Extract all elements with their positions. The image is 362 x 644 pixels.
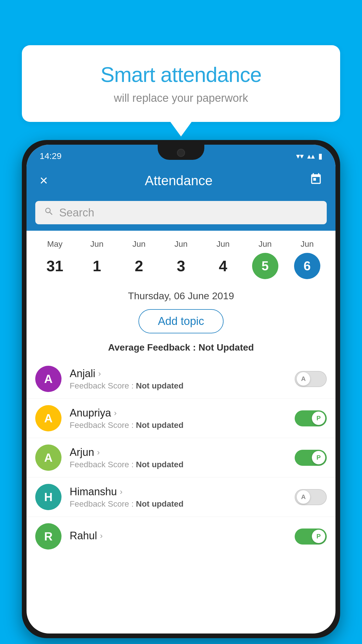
calendar-day[interactable]: Jun1 [84,239,110,279]
chevron-icon: › [97,448,100,457]
toggle-knob: P [312,451,325,464]
toggle-knob: P [312,412,325,425]
student-name[interactable]: Himanshu › [70,486,295,498]
avatar: H [35,484,61,510]
add-topic-button[interactable]: Add topic [138,309,224,333]
speech-bubble-container: Smart attendance will replace your paper… [22,45,340,122]
student-info: Anjali ›Feedback Score : Not updated [70,368,295,391]
student-item[interactable]: AAnjali ›Feedback Score : Not updatedA [27,359,335,399]
student-name[interactable]: Arjun › [70,446,295,459]
search-icon [44,206,54,219]
toggle-switch[interactable]: P [295,528,327,545]
add-topic-container: Add topic [27,306,335,340]
calendar-icon[interactable] [310,173,322,188]
toggle-switch[interactable]: A [295,371,327,387]
student-item[interactable]: RRahul ›P [27,517,335,556]
day-month: May [47,239,63,249]
search-bar-container: Search [27,196,335,231]
day-month: Jun [174,239,187,249]
toggle-knob: P [312,530,325,543]
avatar: R [35,523,61,550]
day-number[interactable]: 2 [126,253,152,279]
toggle-knob: A [297,372,310,386]
calendar-day[interactable]: Jun2 [126,239,152,279]
bubble-title: Smart attendance [42,63,320,87]
day-number[interactable]: 31 [42,253,68,279]
toggle-switch[interactable]: A [295,489,327,505]
avatar: A [35,405,61,431]
day-month: Jun [132,239,145,249]
feedback-score: Feedback Score : Not updated [70,421,295,430]
attendance-toggle[interactable]: P [295,528,327,545]
feedback-score: Feedback Score : Not updated [70,460,295,469]
day-month: Jun [259,239,272,249]
student-info: Anupriya ›Feedback Score : Not updated [70,407,295,430]
day-number[interactable]: 3 [168,253,194,279]
student-name[interactable]: Anupriya › [70,407,295,419]
day-number[interactable]: 6 [294,253,320,279]
student-item[interactable]: AAnupriya ›Feedback Score : Not updatedP [27,399,335,438]
toggle-switch[interactable]: P [295,410,327,426]
camera [177,149,185,157]
day-month: Jun [301,239,314,249]
app-bar: × Attendance [27,165,335,196]
phone-screen: 14:29 ▾▾ ▴▴ ▮ × Attendance [27,145,335,634]
feedback-score: Feedback Score : Not updated [70,499,295,509]
attendance-toggle[interactable]: P [295,450,327,466]
student-name[interactable]: Rahul › [70,530,295,542]
avatar: A [35,366,61,392]
day-month: Jun [90,239,103,249]
student-item[interactable]: AArjun ›Feedback Score : Not updatedP [27,438,335,477]
calendar-day[interactable]: Jun6 [294,239,320,279]
day-number[interactable]: 5 [252,253,278,279]
calendar-day[interactable]: May31 [42,239,68,279]
day-number[interactable]: 1 [84,253,110,279]
feedback-score: Feedback Score : Not updated [70,381,295,391]
avg-feedback-label: Average Feedback : [108,342,196,353]
status-time: 14:29 [40,151,61,161]
avg-feedback-value: Not Updated [198,342,254,353]
calendar-day[interactable]: Jun4 [210,239,236,279]
chevron-icon: › [114,408,117,418]
student-list: AAnjali ›Feedback Score : Not updatedAAA… [27,359,335,556]
app-bar-title: Attendance [145,173,213,188]
attendance-toggle[interactable]: P [295,410,327,426]
status-icons: ▾▾ ▴▴ ▮ [296,152,322,161]
avatar: A [35,444,61,471]
chevron-icon: › [98,369,101,378]
chevron-icon: › [100,531,103,540]
calendar-strip: May31Jun1Jun2Jun3Jun4Jun5Jun6 [27,231,335,285]
speech-bubble: Smart attendance will replace your paper… [22,45,340,122]
calendar-day[interactable]: Jun3 [168,239,194,279]
attendance-toggle[interactable]: A [295,489,327,505]
student-item[interactable]: HHimanshu ›Feedback Score : Not updatedA [27,477,335,517]
bubble-subtitle: will replace your paperwork [42,92,320,104]
toggle-switch[interactable]: P [295,450,327,466]
chevron-icon: › [120,487,122,496]
close-button[interactable]: × [40,172,48,188]
attendance-toggle[interactable]: A [295,371,327,387]
search-bar[interactable]: Search [35,201,327,224]
search-input[interactable]: Search [59,206,94,219]
student-info: Rahul › [70,530,295,543]
avg-feedback: Average Feedback : Not Updated [27,340,335,359]
phone-inner: 14:29 ▾▾ ▴▴ ▮ × Attendance [24,142,338,636]
student-name[interactable]: Anjali › [70,368,295,380]
student-info: Arjun ›Feedback Score : Not updated [70,446,295,469]
wifi-icon: ▾▾ [296,152,304,161]
day-month: Jun [217,239,230,249]
notch [158,145,204,160]
day-number[interactable]: 4 [210,253,236,279]
selected-date: Thursday, 06 June 2019 [27,285,335,306]
phone-frame: 14:29 ▾▾ ▴▴ ▮ × Attendance [22,140,340,638]
calendar-day[interactable]: Jun5 [252,239,278,279]
student-info: Himanshu ›Feedback Score : Not updated [70,486,295,509]
signal-icon: ▴▴ [307,152,315,161]
toggle-knob: A [297,490,310,504]
battery-icon: ▮ [318,152,322,161]
